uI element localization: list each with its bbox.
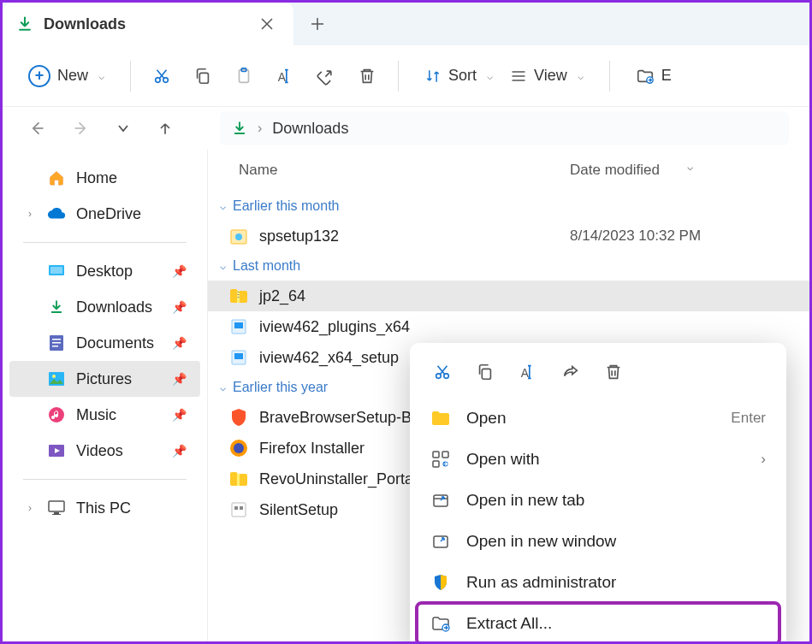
new-button[interactable]: + New ⌵ — [23, 58, 110, 94]
copy-button[interactable] — [193, 66, 213, 86]
tab-downloads[interactable]: Downloads — [3, 3, 293, 45]
pin-icon[interactable]: 📌 — [172, 264, 187, 278]
context-menu-extract-all[interactable]: Extract All... — [417, 603, 779, 644]
sidebar-documents-label: Documents — [76, 334, 154, 352]
pin-icon[interactable]: 📌 — [172, 300, 187, 314]
file-row[interactable]: jp2_64 — [208, 281, 809, 311]
videos-icon — [47, 441, 66, 460]
shield-icon — [430, 572, 451, 593]
cut-button[interactable] — [151, 66, 172, 86]
new-tab-button[interactable] — [293, 17, 341, 31]
chevron-down-icon: ⌵ — [487, 70, 493, 82]
svg-text:A: A — [278, 70, 287, 83]
sidebar-item-thispc[interactable]: › This PC — [9, 490, 200, 526]
sort-button[interactable]: Sort ⌵ — [419, 60, 498, 92]
share-button[interactable] — [316, 66, 336, 86]
file-row[interactable]: iview462_plugins_x64 — [208, 311, 809, 342]
group-header[interactable]: ⌵ Last month — [208, 251, 809, 281]
copy-button[interactable] — [471, 358, 499, 386]
share-button[interactable] — [557, 358, 584, 386]
svg-rect-32 — [237, 474, 240, 486]
sidebar-item-downloads[interactable]: Downloads 📌 — [9, 289, 200, 325]
sidebar-item-pictures[interactable]: Pictures 📌 — [9, 361, 200, 397]
sidebar-separator — [23, 479, 187, 480]
breadcrumb-current[interactable]: Downloads — [272, 120, 348, 138]
view-button[interactable]: View ⌵ — [505, 60, 589, 92]
toolbar: + New ⌵ A Sort ⌵ View — [3, 45, 809, 107]
file-row[interactable]: spsetup132 8/14/2023 10:32 PM — [208, 221, 809, 251]
file-name: Firefox Installer — [259, 440, 365, 458]
file-name: iview462_x64_setup — [259, 349, 399, 367]
zip-folder-icon — [228, 469, 249, 489]
delete-button[interactable] — [357, 66, 377, 86]
brave-icon — [228, 407, 249, 428]
pin-icon[interactable]: 📌 — [172, 408, 187, 422]
pin-icon[interactable]: 📌 — [172, 372, 187, 386]
sidebar-desktop-label: Desktop — [76, 263, 133, 281]
chevron-right-icon[interactable]: › — [23, 208, 37, 220]
sidebar-downloads-label: Downloads — [76, 298, 152, 316]
sidebar-item-music[interactable]: Music 📌 — [9, 397, 200, 433]
sidebar-item-videos[interactable]: Videos 📌 — [9, 433, 200, 469]
context-menu-run-admin[interactable]: Run as administrator — [417, 562, 779, 603]
file-name: iview462_plugins_x64 — [259, 318, 410, 336]
sidebar-item-desktop[interactable]: Desktop 📌 — [9, 253, 200, 289]
new-tab-icon — [430, 490, 451, 511]
chevron-right-icon[interactable]: › — [23, 502, 37, 514]
back-button[interactable] — [23, 115, 50, 142]
tab-bar: Downloads — [3, 3, 809, 45]
group-header[interactable]: ⌵ Earlier this month — [208, 192, 809, 221]
pin-icon[interactable]: 📌 — [172, 336, 187, 350]
extract-all-toolbar-button[interactable]: E — [631, 60, 677, 92]
svg-rect-25 — [238, 297, 240, 298]
context-menu-open-new-window[interactable]: Open in new window — [417, 521, 779, 562]
column-name[interactable]: Name — [239, 162, 570, 179]
file-name: SilentSetup — [259, 501, 338, 519]
nav-bar: › Downloads — [3, 107, 809, 150]
group-label: Earlier this month — [233, 198, 340, 214]
toolbar-separator — [130, 61, 131, 92]
context-menu-open-label: Open — [466, 409, 506, 428]
file-name: jp2_64 — [259, 287, 305, 305]
paste-button[interactable] — [234, 66, 254, 86]
forward-button[interactable] — [68, 115, 95, 142]
svg-text:A: A — [521, 367, 530, 380]
documents-icon — [47, 334, 66, 352]
context-menu-open-with[interactable]: Open with › — [417, 439, 779, 480]
exe-icon — [228, 499, 249, 520]
chevron-down-icon: ⌵ — [220, 381, 226, 393]
svg-rect-18 — [54, 512, 59, 514]
recent-dropdown-button[interactable] — [112, 117, 134, 139]
pictures-icon — [47, 369, 66, 388]
svg-rect-19 — [52, 514, 61, 515]
context-menu: A Open Enter Open with › Open in new tab… — [410, 343, 786, 644]
installer-icon — [228, 226, 249, 246]
rename-button[interactable]: A — [275, 66, 295, 86]
svg-rect-17 — [49, 501, 64, 511]
sidebar-separator — [23, 242, 187, 243]
chevron-down-icon: ⌵ — [220, 260, 226, 272]
folder-icon — [430, 408, 451, 428]
rename-button[interactable]: A — [514, 358, 542, 386]
sidebar-item-documents[interactable]: Documents 📌 — [9, 325, 200, 361]
sidebar-item-home[interactable]: Home — [9, 160, 200, 196]
download-arrow-icon — [47, 298, 66, 316]
tab-close-button[interactable] — [254, 15, 280, 33]
sidebar-item-onedrive[interactable]: › OneDrive — [9, 196, 200, 232]
column-date-modified[interactable]: Date modified ⌵ — [570, 162, 809, 179]
up-button[interactable] — [151, 115, 179, 142]
sidebar-home-label: Home — [76, 169, 117, 187]
svg-rect-27 — [234, 322, 243, 328]
context-menu-extract-all-label: Extract All... — [466, 614, 552, 633]
delete-button[interactable] — [600, 358, 627, 386]
onedrive-icon — [47, 204, 66, 223]
pin-icon[interactable]: 📌 — [172, 444, 187, 458]
svg-rect-12 — [52, 346, 58, 347]
svg-rect-10 — [52, 339, 61, 340]
cut-button[interactable] — [429, 358, 456, 386]
installer-icon — [228, 347, 249, 368]
svg-rect-42 — [433, 461, 439, 467]
context-menu-open[interactable]: Open Enter — [417, 398, 779, 439]
address-bar[interactable]: › Downloads — [220, 111, 789, 145]
context-menu-open-new-tab[interactable]: Open in new tab — [417, 480, 779, 521]
